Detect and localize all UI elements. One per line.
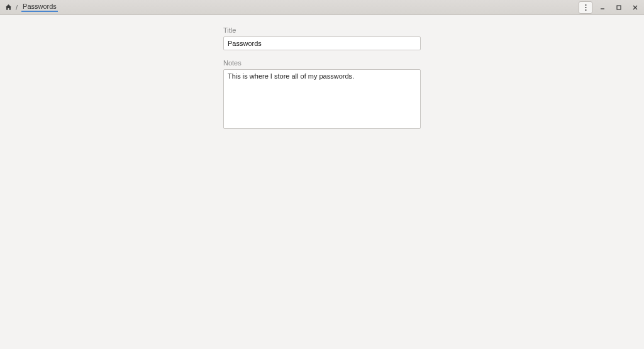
maximize-button[interactable] <box>613 2 625 13</box>
svg-point-2 <box>585 9 586 10</box>
home-icon[interactable] <box>5 4 12 11</box>
notes-label: Notes <box>223 59 421 67</box>
menu-button[interactable] <box>579 1 592 14</box>
title-input[interactable] <box>223 36 421 50</box>
minimize-button[interactable] <box>596 2 609 13</box>
window-controls <box>579 1 641 14</box>
breadcrumb-current[interactable]: Passwords <box>21 3 58 12</box>
notes-group: Notes <box>223 59 421 131</box>
notes-textarea[interactable] <box>223 69 421 129</box>
svg-rect-4 <box>617 6 621 9</box>
breadcrumb-separator: / <box>16 4 18 11</box>
title-group: Title <box>223 26 421 50</box>
note-form: Title Notes <box>223 26 421 140</box>
breadcrumb: / Passwords <box>3 3 58 12</box>
svg-point-1 <box>585 6 586 8</box>
svg-point-0 <box>585 4 586 5</box>
titlebar: / Passwords <box>0 0 644 15</box>
close-button[interactable] <box>629 2 641 13</box>
title-label: Title <box>223 26 421 34</box>
main-content: Title Notes <box>0 15 644 140</box>
